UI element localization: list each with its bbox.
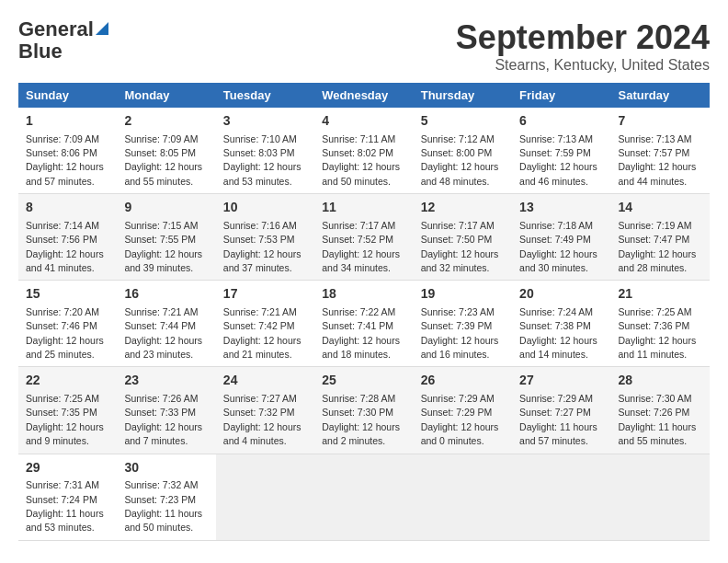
calendar-cell: 18Sunrise: 7:22 AM Sunset: 7:41 PM Dayli… xyxy=(314,281,413,367)
logo-arrow-icon xyxy=(96,22,108,35)
day-number: 18 xyxy=(322,285,405,304)
day-info: Sunrise: 7:09 AM Sunset: 8:06 PM Dayligh… xyxy=(26,133,104,187)
day-info: Sunrise: 7:17 AM Sunset: 7:50 PM Dayligh… xyxy=(421,220,499,273)
page-header: General Blue September 2024 Stearns, Ken… xyxy=(18,18,710,74)
day-info: Sunrise: 7:20 AM Sunset: 7:46 PM Dayligh… xyxy=(26,306,104,360)
calendar-cell: 13Sunrise: 7:18 AM Sunset: 7:49 PM Dayli… xyxy=(512,194,610,281)
calendar-cell: 5Sunrise: 7:12 AM Sunset: 8:00 PM Daylig… xyxy=(414,108,512,194)
day-number: 12 xyxy=(421,199,505,217)
day-number: 25 xyxy=(322,372,405,390)
day-info: Sunrise: 7:23 AM Sunset: 7:39 PM Dayligh… xyxy=(421,306,499,360)
weekday-row: SundayMondayTuesdayWednesdayThursdayFrid… xyxy=(18,83,710,108)
calendar-header: SundayMondayTuesdayWednesdayThursdayFrid… xyxy=(18,83,710,108)
calendar-cell xyxy=(216,454,314,540)
day-number: 5 xyxy=(421,112,505,131)
calendar-cell: 30Sunrise: 7:32 AM Sunset: 7:23 PM Dayli… xyxy=(117,454,215,540)
weekday-header-wednesday: Wednesday xyxy=(314,83,413,108)
day-number: 9 xyxy=(124,199,208,217)
calendar-cell: 1Sunrise: 7:09 AM Sunset: 8:06 PM Daylig… xyxy=(18,108,117,194)
day-info: Sunrise: 7:22 AM Sunset: 7:41 PM Dayligh… xyxy=(322,306,400,360)
weekday-header-tuesday: Tuesday xyxy=(216,83,314,108)
day-number: 15 xyxy=(26,285,109,304)
day-info: Sunrise: 7:25 AM Sunset: 7:36 PM Dayligh… xyxy=(619,306,697,360)
day-info: Sunrise: 7:10 AM Sunset: 8:03 PM Dayligh… xyxy=(223,133,301,187)
calendar-cell: 12Sunrise: 7:17 AM Sunset: 7:50 PM Dayli… xyxy=(414,194,512,281)
day-number: 23 xyxy=(124,372,208,390)
calendar-cell xyxy=(611,454,710,540)
logo-general: General xyxy=(18,18,94,40)
calendar-table: SundayMondayTuesdayWednesdayThursdayFrid… xyxy=(18,83,710,541)
day-info: Sunrise: 7:30 AM Sunset: 7:26 PM Dayligh… xyxy=(619,393,697,446)
weekday-header-sunday: Sunday xyxy=(18,83,117,108)
day-info: Sunrise: 7:16 AM Sunset: 7:53 PM Dayligh… xyxy=(223,220,301,273)
day-info: Sunrise: 7:29 AM Sunset: 7:27 PM Dayligh… xyxy=(519,393,597,446)
day-number: 22 xyxy=(26,372,109,390)
calendar-week-3: 15Sunrise: 7:20 AM Sunset: 7:46 PM Dayli… xyxy=(18,281,710,367)
day-info: Sunrise: 7:25 AM Sunset: 7:35 PM Dayligh… xyxy=(26,393,104,446)
day-number: 13 xyxy=(519,199,603,217)
calendar-week-5: 29Sunrise: 7:31 AM Sunset: 7:24 PM Dayli… xyxy=(18,454,710,540)
calendar-cell: 29Sunrise: 7:31 AM Sunset: 7:24 PM Dayli… xyxy=(18,454,117,540)
day-info: Sunrise: 7:18 AM Sunset: 7:49 PM Dayligh… xyxy=(519,220,597,273)
day-info: Sunrise: 7:28 AM Sunset: 7:30 PM Dayligh… xyxy=(322,393,400,446)
day-info: Sunrise: 7:15 AM Sunset: 7:55 PM Dayligh… xyxy=(124,220,202,273)
weekday-header-monday: Monday xyxy=(117,83,215,108)
calendar-cell: 8Sunrise: 7:14 AM Sunset: 7:56 PM Daylig… xyxy=(18,194,117,281)
day-number: 17 xyxy=(223,285,307,304)
day-info: Sunrise: 7:11 AM Sunset: 8:02 PM Dayligh… xyxy=(322,133,400,187)
calendar-cell: 26Sunrise: 7:29 AM Sunset: 7:29 PM Dayli… xyxy=(414,367,512,454)
day-number: 3 xyxy=(223,112,307,131)
calendar-week-1: 1Sunrise: 7:09 AM Sunset: 8:06 PM Daylig… xyxy=(18,108,710,194)
day-number: 2 xyxy=(124,112,208,131)
calendar-cell: 3Sunrise: 7:10 AM Sunset: 8:03 PM Daylig… xyxy=(216,108,314,194)
calendar-cell: 2Sunrise: 7:09 AM Sunset: 8:05 PM Daylig… xyxy=(117,108,215,194)
month-title: September 2024 xyxy=(456,18,710,57)
day-number: 7 xyxy=(619,112,702,131)
weekday-header-thursday: Thursday xyxy=(414,83,512,108)
calendar-cell: 23Sunrise: 7:26 AM Sunset: 7:33 PM Dayli… xyxy=(117,367,215,454)
calendar-body: 1Sunrise: 7:09 AM Sunset: 8:06 PM Daylig… xyxy=(18,108,710,540)
calendar-week-4: 22Sunrise: 7:25 AM Sunset: 7:35 PM Dayli… xyxy=(18,367,710,454)
day-number: 24 xyxy=(223,372,307,390)
day-number: 16 xyxy=(124,285,208,304)
calendar-cell: 9Sunrise: 7:15 AM Sunset: 7:55 PM Daylig… xyxy=(117,194,215,281)
day-number: 11 xyxy=(322,199,405,217)
day-number: 30 xyxy=(124,459,208,477)
day-number: 8 xyxy=(26,199,109,217)
calendar-cell: 15Sunrise: 7:20 AM Sunset: 7:46 PM Dayli… xyxy=(18,281,117,367)
calendar-cell: 27Sunrise: 7:29 AM Sunset: 7:27 PM Dayli… xyxy=(512,367,610,454)
calendar-cell: 25Sunrise: 7:28 AM Sunset: 7:30 PM Dayli… xyxy=(314,367,413,454)
calendar-cell xyxy=(414,454,512,540)
calendar-cell: 24Sunrise: 7:27 AM Sunset: 7:32 PM Dayli… xyxy=(216,367,314,454)
calendar-cell: 17Sunrise: 7:21 AM Sunset: 7:42 PM Dayli… xyxy=(216,281,314,367)
calendar-week-2: 8Sunrise: 7:14 AM Sunset: 7:56 PM Daylig… xyxy=(18,194,710,281)
weekday-header-saturday: Saturday xyxy=(611,83,710,108)
calendar-cell: 19Sunrise: 7:23 AM Sunset: 7:39 PM Dayli… xyxy=(414,281,512,367)
calendar-cell: 10Sunrise: 7:16 AM Sunset: 7:53 PM Dayli… xyxy=(216,194,314,281)
day-number: 27 xyxy=(519,372,603,390)
day-info: Sunrise: 7:27 AM Sunset: 7:32 PM Dayligh… xyxy=(223,393,301,446)
calendar-cell: 14Sunrise: 7:19 AM Sunset: 7:47 PM Dayli… xyxy=(611,194,710,281)
day-number: 10 xyxy=(223,199,307,217)
calendar-cell: 7Sunrise: 7:13 AM Sunset: 7:57 PM Daylig… xyxy=(611,108,710,194)
calendar-cell: 4Sunrise: 7:11 AM Sunset: 8:02 PM Daylig… xyxy=(314,108,413,194)
day-info: Sunrise: 7:31 AM Sunset: 7:24 PM Dayligh… xyxy=(26,479,104,533)
day-number: 20 xyxy=(519,285,603,304)
day-info: Sunrise: 7:14 AM Sunset: 7:56 PM Dayligh… xyxy=(26,220,104,273)
calendar-cell xyxy=(314,454,413,540)
day-info: Sunrise: 7:32 AM Sunset: 7:23 PM Dayligh… xyxy=(124,479,202,533)
day-info: Sunrise: 7:26 AM Sunset: 7:33 PM Dayligh… xyxy=(124,393,202,446)
day-info: Sunrise: 7:09 AM Sunset: 8:05 PM Dayligh… xyxy=(124,133,202,187)
day-number: 4 xyxy=(322,112,405,131)
weekday-header-friday: Friday xyxy=(512,83,610,108)
title-area: September 2024 Stearns, Kentucky, United… xyxy=(456,18,710,74)
calendar-cell: 6Sunrise: 7:13 AM Sunset: 7:59 PM Daylig… xyxy=(512,108,610,194)
day-info: Sunrise: 7:13 AM Sunset: 7:59 PM Dayligh… xyxy=(519,133,597,187)
day-number: 19 xyxy=(421,285,505,304)
day-number: 29 xyxy=(26,459,109,477)
logo: General Blue xyxy=(18,18,108,63)
day-info: Sunrise: 7:24 AM Sunset: 7:38 PM Dayligh… xyxy=(519,306,597,360)
day-number: 1 xyxy=(26,112,109,131)
day-number: 14 xyxy=(619,199,702,217)
calendar-cell: 16Sunrise: 7:21 AM Sunset: 7:44 PM Dayli… xyxy=(117,281,215,367)
